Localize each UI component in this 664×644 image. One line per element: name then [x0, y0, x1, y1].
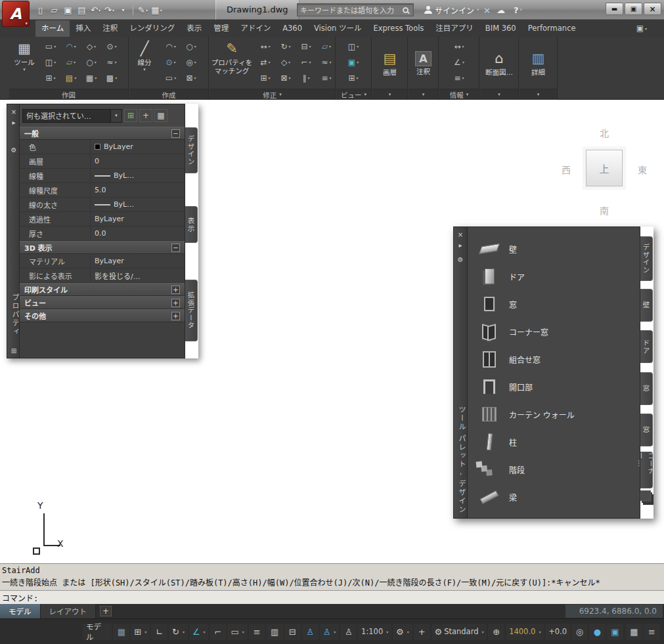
add-scale-button[interactable] [414, 624, 430, 640]
properties-section-general[interactable]: 一般 [20, 127, 185, 140]
collapse-icon[interactable] [171, 244, 180, 252]
line-button[interactable]: 線分 [132, 38, 157, 88]
select-objects-icon[interactable] [139, 109, 152, 122]
tool-item-curtain-wall[interactable]: カーテン ウォール [468, 400, 640, 428]
ribbon-display-button[interactable] [636, 22, 647, 35]
create-tool-button[interactable] [181, 39, 201, 53]
new-file-icon[interactable] [34, 3, 47, 16]
annotation-monitor-toggle[interactable] [340, 624, 357, 640]
panel-label-detail[interactable] [520, 89, 557, 100]
panel-label-create[interactable]: 作成 [129, 89, 208, 100]
panel-label-view[interactable]: ビュー [336, 89, 371, 100]
search-box[interactable]: キーワードまたは語句を入力 [297, 3, 414, 16]
draw-tool-button[interactable] [61, 71, 81, 85]
autohide-pin-icon[interactable] [9, 118, 18, 127]
properties-tab-extended-data[interactable]: 拡張データ [185, 280, 198, 341]
modify-tool-button[interactable] [317, 71, 336, 85]
properties-tab-design[interactable]: デザイン [185, 127, 198, 173]
palette-tab-window[interactable]: 窓 [640, 372, 653, 405]
property-value[interactable]: ByLayer [91, 254, 185, 268]
property-value[interactable]: ByLayer [91, 140, 185, 154]
tool-item-opening[interactable]: 開口部 [468, 373, 640, 400]
transparency-toggle[interactable] [267, 624, 283, 640]
create-tool-button[interactable] [161, 71, 181, 85]
minimize-button[interactable] [606, 3, 623, 15]
undo-icon[interactable] [89, 3, 102, 16]
tool-item-window[interactable]: 窓 [468, 290, 640, 318]
quick-select-icon[interactable] [124, 109, 137, 122]
draw-tool-button[interactable] [81, 71, 101, 85]
create-tool-button[interactable] [161, 39, 181, 53]
layout-tab[interactable]: レイアウト [41, 604, 97, 618]
modify-tool-button[interactable] [276, 55, 296, 69]
tab-insert[interactable]: 挿入 [70, 20, 97, 37]
command-input[interactable]: コマンド: [0, 591, 664, 604]
modify-tool-button[interactable] [296, 55, 316, 69]
modify-tool-button[interactable] [255, 55, 275, 69]
panel-label-draw[interactable]: 作図 [9, 89, 128, 100]
draw-tool-button[interactable] [102, 39, 122, 53]
draw-tool-button[interactable] [61, 39, 81, 53]
snap-mode-toggle[interactable] [131, 624, 150, 640]
draw-tool-button[interactable] [81, 55, 101, 69]
tab-express-tools[interactable]: Express Tools [367, 20, 430, 37]
search-icon[interactable] [403, 7, 409, 13]
ortho-mode-toggle[interactable] [151, 624, 167, 640]
tab-view[interactable]: 表示 [181, 20, 208, 37]
help-button[interactable] [514, 3, 522, 17]
elevation-button[interactable]: 1400.0 [506, 624, 544, 640]
panel-label-annotation[interactable] [409, 89, 438, 100]
tool-item-stairs[interactable]: 階段 [468, 456, 640, 483]
signin-button[interactable]: サインイン [424, 3, 479, 17]
panel-label-modify[interactable]: 修正 [210, 89, 335, 100]
tab-featured-apps[interactable]: 注目アプリ [430, 20, 479, 37]
model-space-toggle[interactable]: モデル [83, 624, 112, 640]
properties-section-plot-style[interactable]: 印刷スタイル [20, 283, 185, 296]
property-value[interactable]: ByL… [91, 169, 185, 182]
sheet-set-icon[interactable] [150, 3, 163, 16]
property-value[interactable]: 0 [91, 154, 185, 168]
draw-tool-button[interactable] [41, 55, 60, 69]
pickadd-toggle-icon[interactable] [154, 109, 167, 122]
close-icon[interactable] [9, 107, 18, 116]
annotation-visibility-toggle[interactable] [302, 624, 319, 640]
modify-tool-button[interactable] [296, 71, 316, 85]
view-tool-button[interactable] [343, 55, 363, 69]
tool-item-corner-window[interactable]: コーナー窓 [468, 318, 640, 345]
tab-bim360[interactable]: BIM 360 [479, 20, 522, 37]
options-icon[interactable] [9, 346, 18, 355]
collapse-icon[interactable] [171, 129, 180, 138]
polar-tracking-toggle[interactable] [169, 624, 188, 640]
restore-button[interactable] [625, 3, 642, 15]
tool-item-combo-window[interactable]: 組合せ窓 [468, 345, 640, 373]
draw-tool-button[interactable] [41, 71, 60, 85]
viewcube-west[interactable]: 西 [562, 163, 571, 176]
viewcube-top-face[interactable]: 上 [586, 150, 623, 186]
edit-tool-icon[interactable] [137, 3, 149, 16]
display-settings-button[interactable] [626, 624, 642, 640]
selection-dropdown[interactable]: 何も選択されてい… [22, 109, 122, 123]
modify-tool-button[interactable] [296, 39, 316, 53]
properties-section-misc[interactable]: その他 [20, 309, 185, 322]
annotation-autoscale-toggle[interactable] [320, 624, 340, 640]
annotation-settings-button[interactable] [393, 624, 412, 640]
palette-tab-stack[interactable] [640, 490, 651, 501]
property-value[interactable]: ByLayer [91, 212, 185, 226]
annotation-scale-button[interactable]: 1:100 [358, 624, 391, 640]
selection-cycling-toggle[interactable] [284, 624, 301, 640]
ucs-icon[interactable]: Y X [30, 499, 72, 559]
tab-manage[interactable]: 管理 [208, 20, 234, 37]
tab-a360[interactable]: A360 [277, 20, 308, 37]
tab-vision-tools[interactable]: Vision ツール [308, 20, 367, 37]
palette-menu-icon[interactable] [456, 255, 465, 264]
viewcube[interactable]: 北 西 上 東 南 [560, 126, 648, 225]
viewcube-north[interactable]: 北 [560, 126, 648, 139]
modify-tool-button[interactable] [317, 39, 336, 53]
tool-item-beam[interactable]: 梁 [468, 483, 640, 511]
isometric-drafting-toggle[interactable] [189, 624, 209, 640]
qat-customize-icon[interactable] [117, 3, 129, 16]
open-file-icon[interactable] [48, 3, 60, 16]
palette-tab-design[interactable]: デザイン [640, 236, 653, 281]
close-icon[interactable] [456, 230, 465, 239]
customization-button[interactable] [644, 624, 660, 640]
